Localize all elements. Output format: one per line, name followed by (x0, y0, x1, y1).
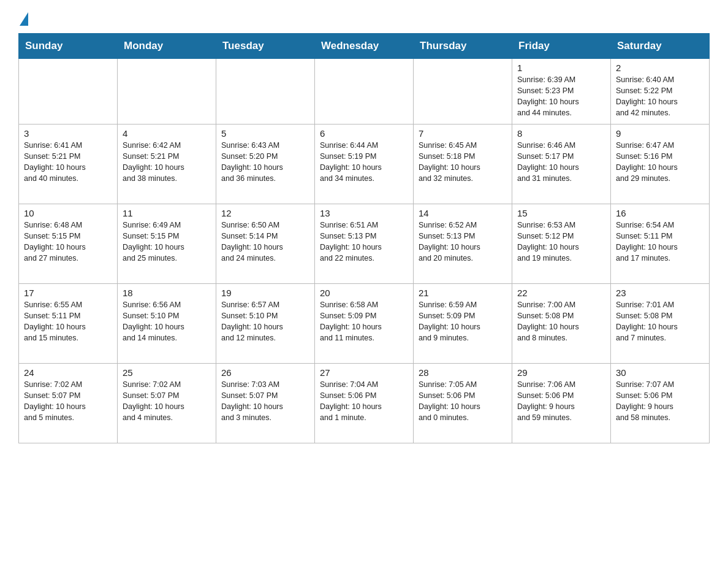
day-number: 28 (419, 367, 507, 378)
calendar-cell: 27Sunrise: 7:04 AM Sunset: 5:06 PM Dayli… (315, 363, 414, 443)
day-number: 2 (616, 63, 704, 73)
page-header (18, 12, 710, 23)
day-info: Sunrise: 6:58 AM Sunset: 5:09 PM Dayligh… (320, 299, 408, 344)
calendar-cell: 28Sunrise: 7:05 AM Sunset: 5:06 PM Dayli… (414, 363, 512, 443)
calendar-cell: 3Sunrise: 6:41 AM Sunset: 5:21 PM Daylig… (19, 124, 118, 204)
calendar-cell: 17Sunrise: 6:55 AM Sunset: 5:11 PM Dayli… (19, 283, 118, 363)
day-info: Sunrise: 6:41 AM Sunset: 5:21 PM Dayligh… (24, 140, 112, 185)
day-info: Sunrise: 6:39 AM Sunset: 5:23 PM Dayligh… (517, 74, 605, 119)
day-info: Sunrise: 7:03 AM Sunset: 5:07 PM Dayligh… (221, 379, 309, 424)
logo-triangle-icon (20, 12, 28, 26)
calendar-cell: 12Sunrise: 6:50 AM Sunset: 5:14 PM Dayli… (216, 204, 315, 283)
calendar-cell (315, 59, 414, 124)
day-number: 5 (221, 128, 309, 139)
day-number: 3 (24, 128, 112, 139)
weekday-header-wednesday: Wednesday (315, 34, 414, 59)
day-info: Sunrise: 6:56 AM Sunset: 5:10 PM Dayligh… (123, 299, 211, 344)
calendar-cell: 8Sunrise: 6:46 AM Sunset: 5:17 PM Daylig… (512, 124, 611, 204)
day-info: Sunrise: 6:45 AM Sunset: 5:18 PM Dayligh… (419, 140, 507, 185)
day-number: 1 (517, 63, 605, 73)
logo (18, 12, 29, 23)
weekday-header-sunday: Sunday (19, 34, 118, 59)
day-number: 24 (24, 367, 112, 378)
calendar-cell: 18Sunrise: 6:56 AM Sunset: 5:10 PM Dayli… (118, 283, 216, 363)
calendar-cell: 2Sunrise: 6:40 AM Sunset: 5:22 PM Daylig… (611, 59, 710, 124)
day-info: Sunrise: 6:51 AM Sunset: 5:13 PM Dayligh… (320, 220, 408, 264)
weekday-header-saturday: Saturday (611, 34, 710, 59)
calendar-cell: 11Sunrise: 6:49 AM Sunset: 5:15 PM Dayli… (118, 204, 216, 283)
day-info: Sunrise: 7:02 AM Sunset: 5:07 PM Dayligh… (24, 379, 112, 424)
day-number: 19 (221, 288, 309, 298)
calendar-cell (118, 59, 216, 124)
day-number: 6 (320, 128, 408, 139)
day-number: 13 (320, 208, 408, 218)
calendar-cell: 14Sunrise: 6:52 AM Sunset: 5:13 PM Dayli… (414, 204, 512, 283)
calendar-cell: 6Sunrise: 6:44 AM Sunset: 5:19 PM Daylig… (315, 124, 414, 204)
day-info: Sunrise: 7:06 AM Sunset: 5:06 PM Dayligh… (517, 379, 605, 424)
day-number: 4 (123, 128, 211, 139)
day-info: Sunrise: 7:04 AM Sunset: 5:06 PM Dayligh… (320, 379, 408, 424)
weekday-header-tuesday: Tuesday (216, 34, 315, 59)
day-info: Sunrise: 6:57 AM Sunset: 5:10 PM Dayligh… (221, 299, 309, 344)
day-info: Sunrise: 6:42 AM Sunset: 5:21 PM Dayligh… (123, 140, 211, 185)
week-row-4: 17Sunrise: 6:55 AM Sunset: 5:11 PM Dayli… (19, 283, 710, 363)
day-number: 27 (320, 367, 408, 378)
calendar-cell: 16Sunrise: 6:54 AM Sunset: 5:11 PM Dayli… (611, 204, 710, 283)
day-number: 23 (616, 288, 704, 298)
weekday-header-row: SundayMondayTuesdayWednesdayThursdayFrid… (19, 34, 710, 59)
day-info: Sunrise: 6:49 AM Sunset: 5:15 PM Dayligh… (123, 220, 211, 264)
calendar-cell: 29Sunrise: 7:06 AM Sunset: 5:06 PM Dayli… (512, 363, 611, 443)
calendar-cell: 10Sunrise: 6:48 AM Sunset: 5:15 PM Dayli… (19, 204, 118, 283)
day-number: 25 (123, 367, 211, 378)
day-info: Sunrise: 7:02 AM Sunset: 5:07 PM Dayligh… (123, 379, 211, 424)
calendar-cell: 25Sunrise: 7:02 AM Sunset: 5:07 PM Dayli… (118, 363, 216, 443)
day-number: 9 (616, 128, 704, 139)
calendar-cell: 9Sunrise: 6:47 AM Sunset: 5:16 PM Daylig… (611, 124, 710, 204)
calendar-cell: 23Sunrise: 7:01 AM Sunset: 5:08 PM Dayli… (611, 283, 710, 363)
calendar-cell: 13Sunrise: 6:51 AM Sunset: 5:13 PM Dayli… (315, 204, 414, 283)
day-info: Sunrise: 6:46 AM Sunset: 5:17 PM Dayligh… (517, 140, 605, 185)
weekday-header-friday: Friday (512, 34, 611, 59)
day-info: Sunrise: 6:59 AM Sunset: 5:09 PM Dayligh… (419, 299, 507, 344)
calendar-cell: 22Sunrise: 7:00 AM Sunset: 5:08 PM Dayli… (512, 283, 611, 363)
day-number: 11 (123, 208, 211, 218)
calendar-cell: 19Sunrise: 6:57 AM Sunset: 5:10 PM Dayli… (216, 283, 315, 363)
day-info: Sunrise: 7:01 AM Sunset: 5:08 PM Dayligh… (616, 299, 704, 344)
calendar-cell: 7Sunrise: 6:45 AM Sunset: 5:18 PM Daylig… (414, 124, 512, 204)
day-number: 22 (517, 288, 605, 298)
week-row-1: 1Sunrise: 6:39 AM Sunset: 5:23 PM Daylig… (19, 59, 710, 124)
day-number: 18 (123, 288, 211, 298)
calendar-cell: 26Sunrise: 7:03 AM Sunset: 5:07 PM Dayli… (216, 363, 315, 443)
day-number: 10 (24, 208, 112, 218)
calendar-cell: 1Sunrise: 6:39 AM Sunset: 5:23 PM Daylig… (512, 59, 611, 124)
day-info: Sunrise: 7:07 AM Sunset: 5:06 PM Dayligh… (616, 379, 704, 424)
day-info: Sunrise: 6:53 AM Sunset: 5:12 PM Dayligh… (517, 220, 605, 264)
day-info: Sunrise: 7:00 AM Sunset: 5:08 PM Dayligh… (517, 299, 605, 344)
day-number: 17 (24, 288, 112, 298)
day-info: Sunrise: 6:55 AM Sunset: 5:11 PM Dayligh… (24, 299, 112, 344)
day-number: 30 (616, 367, 704, 378)
calendar-cell (216, 59, 315, 124)
day-info: Sunrise: 6:43 AM Sunset: 5:20 PM Dayligh… (221, 140, 309, 185)
day-info: Sunrise: 6:47 AM Sunset: 5:16 PM Dayligh… (616, 140, 704, 185)
calendar-cell: 21Sunrise: 6:59 AM Sunset: 5:09 PM Dayli… (414, 283, 512, 363)
calendar-cell: 5Sunrise: 6:43 AM Sunset: 5:20 PM Daylig… (216, 124, 315, 204)
day-info: Sunrise: 6:48 AM Sunset: 5:15 PM Dayligh… (24, 220, 112, 264)
calendar-cell: 24Sunrise: 7:02 AM Sunset: 5:07 PM Dayli… (19, 363, 118, 443)
day-number: 29 (517, 367, 605, 378)
calendar-cell: 4Sunrise: 6:42 AM Sunset: 5:21 PM Daylig… (118, 124, 216, 204)
day-info: Sunrise: 6:54 AM Sunset: 5:11 PM Dayligh… (616, 220, 704, 264)
logo-text (18, 12, 29, 26)
day-number: 20 (320, 288, 408, 298)
calendar-cell: 30Sunrise: 7:07 AM Sunset: 5:06 PM Dayli… (611, 363, 710, 443)
day-number: 12 (221, 208, 309, 218)
calendar-cell (19, 59, 118, 124)
day-number: 26 (221, 367, 309, 378)
day-info: Sunrise: 6:50 AM Sunset: 5:14 PM Dayligh… (221, 220, 309, 264)
day-number: 21 (419, 288, 507, 298)
week-row-2: 3Sunrise: 6:41 AM Sunset: 5:21 PM Daylig… (19, 124, 710, 204)
calendar-cell: 15Sunrise: 6:53 AM Sunset: 5:12 PM Dayli… (512, 204, 611, 283)
calendar-table: SundayMondayTuesdayWednesdayThursdayFrid… (18, 33, 710, 443)
week-row-3: 10Sunrise: 6:48 AM Sunset: 5:15 PM Dayli… (19, 204, 710, 283)
day-number: 14 (419, 208, 507, 218)
